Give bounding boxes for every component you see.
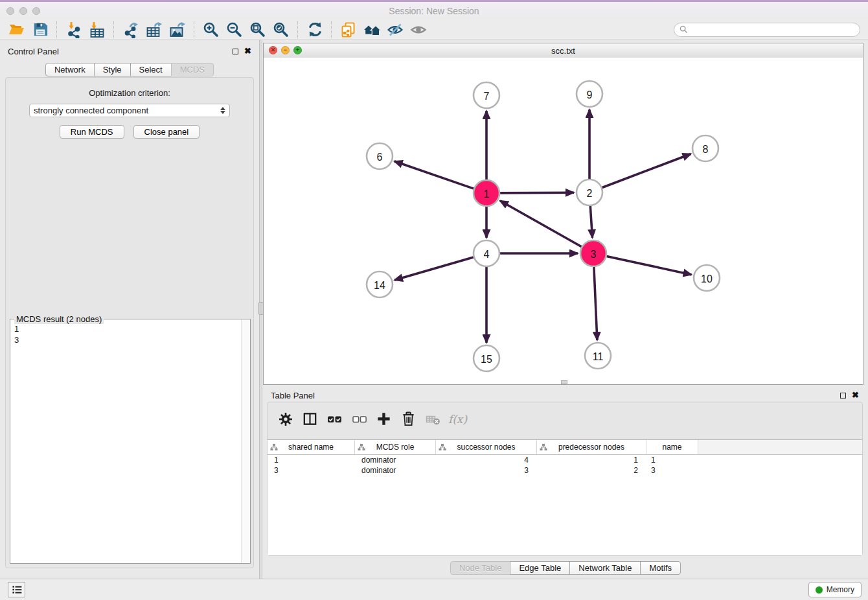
zoom-selected-button[interactable] xyxy=(269,20,293,40)
run-mcds-button[interactable]: Run MCDS xyxy=(60,125,124,139)
zoom-fit-button[interactable] xyxy=(246,20,269,40)
float-panel-icon[interactable] xyxy=(233,49,238,54)
graph-node-14[interactable]: 14 xyxy=(367,271,393,297)
svg-text:15: 15 xyxy=(481,354,492,365)
hide-graphics-details-button[interactable] xyxy=(383,20,407,40)
edge-4-14[interactable] xyxy=(394,257,474,280)
graph-node-8[interactable]: 8 xyxy=(692,135,718,161)
export-image-icon xyxy=(169,21,186,38)
mcds-result-item[interactable]: 1 xyxy=(14,323,246,334)
export-network-icon xyxy=(122,21,139,38)
edge-2-8[interactable] xyxy=(602,154,691,188)
function-builder-button[interactable]: f(x) xyxy=(448,409,468,429)
eye-icon xyxy=(410,21,427,38)
result-scrollbar[interactable] xyxy=(241,319,250,563)
search-field[interactable] xyxy=(674,23,860,37)
task-history-button[interactable] xyxy=(8,582,25,597)
graph-node-7[interactable]: 7 xyxy=(474,82,499,108)
column-header-successor-nodes[interactable]: successor nodes xyxy=(436,440,537,454)
tab-style[interactable]: Style xyxy=(94,63,131,76)
network-minimize-button[interactable]: − xyxy=(281,46,290,54)
close-table-panel-icon[interactable]: ✖ xyxy=(852,392,859,398)
table-settings-button[interactable] xyxy=(275,409,295,429)
home-view-button[interactable] xyxy=(360,20,383,40)
table-panel-body: f(x) shared nameMCDS rolesuccessor nodes… xyxy=(267,402,863,556)
app-titlebar: Session: New Session xyxy=(0,0,868,19)
unselect-all-columns-button[interactable] xyxy=(349,409,369,429)
column-header-shared-name[interactable]: shared name xyxy=(268,440,355,454)
save-session-button[interactable] xyxy=(29,20,52,40)
table-row[interactable]: 3dominator323 xyxy=(268,465,862,476)
memory-button[interactable]: Memory xyxy=(808,582,862,597)
network-canvas[interactable]: 7968124314101511 xyxy=(264,58,863,384)
checked-boxes-icon xyxy=(326,411,343,428)
zoom-fit-icon xyxy=(249,21,266,38)
edge-2-3[interactable] xyxy=(590,206,592,238)
select-all-columns-button[interactable] xyxy=(325,409,345,429)
table-panel-title: Table Panel xyxy=(271,391,315,400)
network-window-titlebar[interactable]: ✕ − + scc.txt xyxy=(264,43,863,58)
export-network-button[interactable] xyxy=(119,20,143,40)
network-close-button[interactable]: ✕ xyxy=(269,46,277,54)
graph-node-4[interactable]: 4 xyxy=(474,240,499,266)
delete-columns-button[interactable] xyxy=(398,409,418,429)
show-columns-button[interactable] xyxy=(300,409,320,429)
graph-node-10[interactable]: 10 xyxy=(694,265,720,291)
svg-text:7: 7 xyxy=(484,91,490,102)
window-resize-handle[interactable] xyxy=(561,380,567,384)
graph-node-11[interactable]: 11 xyxy=(585,343,611,369)
edge-3-10[interactable] xyxy=(607,257,692,275)
mcds-result-item[interactable]: 3 xyxy=(14,334,246,345)
zoom-in-icon xyxy=(203,21,220,38)
graph-node-3[interactable]: 3 xyxy=(580,240,606,266)
apply-layout-button[interactable] xyxy=(303,20,326,40)
column-header-predecessor-nodes[interactable]: predecessor nodes xyxy=(537,440,646,454)
tab-motifs[interactable]: Motifs xyxy=(640,561,681,575)
import-network-button[interactable] xyxy=(62,20,86,40)
criterion-select[interactable]: strongly connected component xyxy=(29,104,230,117)
import-table-button[interactable] xyxy=(86,20,109,40)
close-panel-button[interactable]: Close panel xyxy=(133,125,200,139)
edge-3-11[interactable] xyxy=(594,267,597,340)
open-session-button[interactable] xyxy=(5,20,29,40)
graph-node-1[interactable]: 1 xyxy=(474,180,499,206)
task-list-icon xyxy=(11,584,23,595)
table-row[interactable]: 1dominator411 xyxy=(268,455,862,465)
export-image-button[interactable] xyxy=(166,20,189,40)
tab-node-table[interactable]: Node Table xyxy=(450,561,511,575)
tab-edge-table[interactable]: Edge Table xyxy=(510,561,570,575)
column-header-name[interactable]: name xyxy=(646,440,698,454)
show-graphics-details-button[interactable] xyxy=(407,20,430,40)
edge-3-1[interactable] xyxy=(500,201,582,247)
tab-mcds[interactable]: MCDS xyxy=(171,63,214,76)
tab-select[interactable]: Select xyxy=(130,63,172,76)
graph-node-2[interactable]: 2 xyxy=(577,179,602,205)
edge-1-2[interactable] xyxy=(500,192,574,193)
network-maximize-button[interactable]: + xyxy=(293,46,302,54)
app-close-button[interactable] xyxy=(6,7,14,15)
column-header-MCDS-role[interactable]: MCDS role xyxy=(355,440,436,454)
clone-network-button[interactable] xyxy=(337,20,360,40)
export-table-button[interactable] xyxy=(143,20,166,40)
fx-icon: f(x) xyxy=(448,413,467,426)
edge-1-6[interactable] xyxy=(394,161,474,189)
save-floppy-icon xyxy=(32,21,49,38)
tab-network[interactable]: Network xyxy=(45,63,95,76)
graph-node-6[interactable]: 6 xyxy=(367,143,393,169)
network-graph[interactable]: 7968124314101511 xyxy=(264,58,863,384)
delete-table-button[interactable] xyxy=(423,409,443,429)
zoom-in-button[interactable] xyxy=(200,20,223,40)
add-column-button[interactable] xyxy=(374,409,394,429)
search-input[interactable] xyxy=(691,23,860,36)
zoom-out-button[interactable] xyxy=(223,20,246,40)
float-table-panel-icon[interactable] xyxy=(840,393,846,398)
app-zoom-button[interactable] xyxy=(32,7,40,15)
tab-network-table[interactable]: Network Table xyxy=(569,561,641,575)
node-table[interactable]: shared nameMCDS rolesuccessor nodesprede… xyxy=(268,439,862,555)
app-minimize-button[interactable] xyxy=(19,7,27,15)
graph-node-9[interactable]: 9 xyxy=(577,81,602,107)
close-panel-icon[interactable]: ✖ xyxy=(244,48,251,54)
toolbar-separator xyxy=(113,21,115,38)
graph-node-15[interactable]: 15 xyxy=(474,345,499,371)
houses-icon xyxy=(363,21,381,38)
